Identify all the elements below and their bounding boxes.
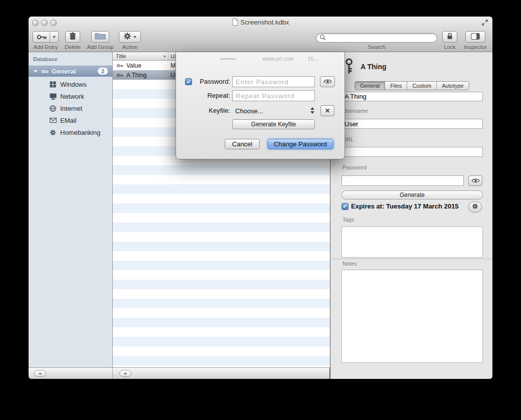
keyfile-popup[interactable]: Choose... [232,105,315,116]
window-chrome: Screenshot.kdbx Add Entry Delete [29,17,492,52]
entry-title: Value [126,62,169,69]
close-icon: ✕ [325,107,330,114]
sidebar-group-label: General [52,68,98,75]
tab-autotype[interactable]: Autotype [437,82,468,90]
gear-icon [472,202,478,212]
url-field[interactable] [341,147,483,157]
notes-field[interactable] [341,270,483,363]
reveal-password-button[interactable] [468,175,482,186]
lock-button[interactable] [442,31,457,43]
sidebar-item-label: Internet [60,105,82,112]
sidebar-item-label: Network [60,93,84,100]
tab-files[interactable]: Files [385,82,407,90]
folder-icon [41,68,49,74]
change-password-button[interactable]: Change Password [267,139,333,149]
list-footer: + [113,367,330,379]
search-label: Search [316,44,437,50]
sheet-password-row: ✓ Password: [176,76,344,87]
sidebar-item-label: EMail [60,117,77,124]
sidebar-item-email[interactable]: EMail [29,114,112,126]
inspector-entry-title: A Thing [361,63,387,71]
titlebar[interactable]: Screenshot.kdbx [29,17,492,29]
plus-icon: + [124,371,127,376]
title-field[interactable] [341,92,483,101]
toolbar: Add Entry Delete Add Group Action [29,29,492,52]
clear-keyfile-button[interactable]: ✕ [320,105,334,116]
action-button[interactable] [119,31,141,43]
reveal-password-button[interactable] [320,76,335,87]
delete-button[interactable] [65,31,80,43]
window-title: Screenshot.kdbx [29,19,492,26]
tags-field[interactable] [341,227,483,258]
expires-checkbox[interactable]: ✓ [341,203,349,210]
sidebar-item-windows[interactable]: Windows [29,78,112,90]
sidebar-item-homebanking[interactable]: Homebanking [29,126,112,138]
section-divider [330,259,492,259]
add-group-label: Add Group [86,44,115,50]
username-label: Username [342,108,368,114]
envelope-icon [49,117,57,124]
key-icon [344,58,354,76]
sidebar-group-general[interactable]: General 2 [29,66,112,77]
sidebar-item-network[interactable]: Network [29,90,112,102]
obscured-url: www.url.com [262,56,293,62]
cancel-button[interactable]: Cancel [225,139,260,149]
repeat-password-input[interactable] [232,90,315,101]
monitor-icon [49,93,57,100]
tab-custom[interactable]: Custom [407,82,437,90]
toolbar-delete: Delete [61,31,85,50]
toolbar-inspector: Inspector [463,31,488,50]
add-entry-label: Add Entry [33,44,59,50]
add-group-button[interactable] [91,31,109,43]
password-field[interactable] [341,175,464,186]
sidebar-item-internet[interactable]: Internet [29,102,112,114]
sidebar-item-label: Homebanking [60,129,100,136]
key-icon [116,62,123,69]
eye-icon [471,176,480,185]
inspector-panel-icon [471,33,480,42]
sidebar-item-label: Windows [60,81,87,88]
expires-row: ✓ Expires at: Tuesday 17 March 2015 [341,202,458,210]
inspector-button[interactable] [465,31,485,43]
inspector-label: Inspector [463,44,488,50]
search-field[interactable] [316,33,437,43]
sheet-repeat-row: Repeat: [176,90,344,101]
windows-icon [49,81,57,88]
check-icon: ✓ [342,203,347,209]
expires-label: Expires at: Tuesday 17 March 2015 [351,202,458,210]
column-header-title[interactable]: Title ▼ [113,52,168,60]
change-password-sheet: •••••••• www.url.com 15... ✓ Password: R… [176,52,345,159]
add-entry-plus-button[interactable]: + [119,370,131,377]
sheet-password-label: Password: [194,78,230,85]
document-icon [232,19,238,26]
key-icon [116,72,123,79]
gear-icon [49,129,57,136]
popup-stepper-icon [310,107,314,114]
disclosure-triangle-icon[interactable] [34,70,38,73]
globe-icon [49,105,57,112]
username-field[interactable] [341,119,483,129]
chevron-down-icon[interactable] [50,32,58,42]
sheet-keyfile-row: Keyfile: Choose... ✕ [176,105,344,116]
generate-password-button[interactable]: Generate [341,190,483,199]
app-window: Screenshot.kdbx Add Entry Delete [29,17,492,379]
new-password-input[interactable] [232,76,315,87]
password-enable-checkbox[interactable]: ✓ [185,78,192,85]
password-label: Password [342,164,367,170]
sheet-repeat-label: Repeat: [194,92,230,99]
add-entry-button[interactable] [33,31,59,43]
search-input[interactable] [328,35,434,42]
inspector-tabs: General Files Custom Autotype [355,81,469,90]
expires-options-button[interactable] [468,201,482,213]
action-label: Action [116,44,143,50]
generate-keyfile-button[interactable]: Generate Keyfile [232,119,315,129]
fullscreen-icon[interactable] [481,19,488,28]
obscured-password: •••••••• [220,56,236,62]
sort-indicator-icon: ▼ [163,55,166,58]
search-icon [319,34,326,43]
inspector-panel: A Thing General Files Custom Autotype Us… [330,52,492,379]
add-group-plus-button[interactable]: + [34,370,46,377]
chevron-down-icon [133,36,136,38]
tab-general[interactable]: General [355,82,385,90]
plus-icon: + [39,371,42,376]
